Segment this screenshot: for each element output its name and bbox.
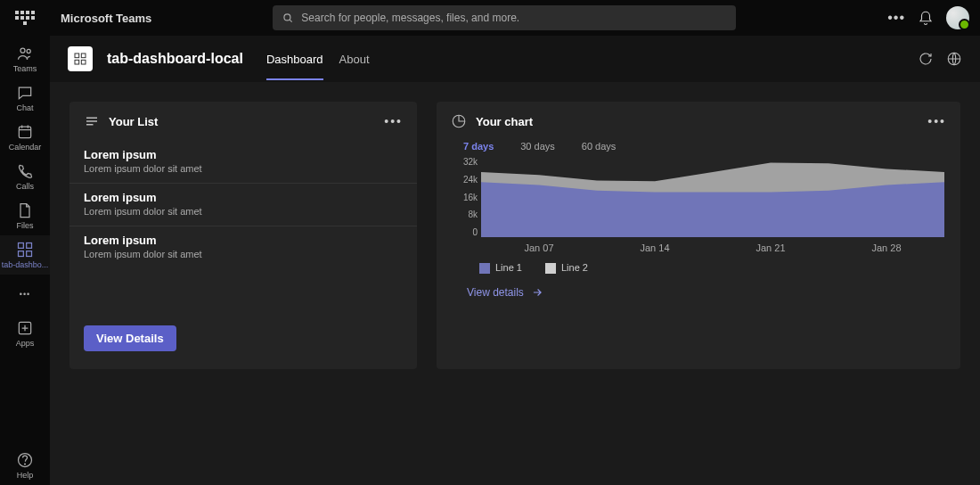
pie-icon (451, 113, 467, 129)
y-tick: 8k (454, 210, 478, 219)
svg-point-0 (20, 48, 25, 53)
file-icon (16, 201, 34, 219)
rail-item-calls[interactable]: Calls (0, 157, 50, 196)
more-icon: ••• (20, 290, 30, 299)
list-body: Lorem ipsum Lorem ipsum dolor sit amet L… (69, 141, 417, 313)
y-tick: 32k (454, 157, 478, 167)
rail-item-teams[interactable]: Teams (0, 39, 50, 78)
rail-label: Apps (16, 339, 35, 348)
search-placeholder: Search for people, messages, files, and … (301, 12, 519, 24)
list-item[interactable]: Lorem ipsum Lorem ipsum dolor sit amet (69, 226, 417, 268)
list-card: Your List ••• Lorem ipsum Lorem ipsum do… (69, 102, 417, 369)
range-tab-30days[interactable]: 30 days (520, 141, 555, 152)
tab-header: tab-dashboard-local Dashboard About (50, 36, 980, 82)
svg-rect-11 (75, 53, 79, 58)
legend-label: Line 2 (561, 262, 588, 273)
chart-legend: Line 1 Line 2 (437, 253, 960, 274)
range-tabs: 7 days 30 days 60 days (437, 141, 960, 152)
waffle-icon[interactable] (14, 7, 36, 29)
more-icon[interactable]: ••• (887, 10, 905, 26)
arrow-right-icon (531, 286, 543, 299)
rail-item-apps[interactable]: Apps (0, 314, 50, 353)
app-icon (68, 46, 93, 71)
link-label: View details (467, 286, 524, 299)
apps-plus-icon (16, 319, 34, 337)
rail-item-tab-dashboard[interactable]: tab-dashbo... (0, 235, 50, 275)
calendar-icon (16, 123, 34, 141)
refresh-icon[interactable] (918, 51, 934, 67)
legend-label: Line 1 (495, 262, 522, 273)
svg-rect-12 (81, 53, 86, 58)
rail-item-chat[interactable]: Chat (0, 78, 50, 118)
rail-item-files[interactable]: Files (0, 196, 50, 235)
y-tick: 0 (454, 227, 478, 237)
rail-item-more[interactable]: ••• (0, 275, 50, 314)
rail-label: Help (17, 471, 34, 480)
list-item-subtitle: Lorem ipsum dolor sit amet (84, 249, 403, 259)
svg-rect-5 (19, 251, 24, 257)
list-item-title: Lorem ipsum (84, 234, 403, 247)
rail-label: Teams (13, 64, 37, 73)
avatar[interactable] (946, 6, 969, 29)
chart-plot (481, 157, 944, 237)
y-axis-ticks: 32k 24k 16k 8k 0 (454, 157, 478, 237)
chart-card-title: Your chart (476, 115, 533, 128)
svg-point-10 (284, 14, 290, 21)
list-card-title: Your List (109, 115, 158, 128)
tab-about[interactable]: About (339, 38, 370, 80)
app-grid-icon (73, 52, 87, 66)
more-icon[interactable]: ••• (927, 114, 946, 128)
search-box[interactable]: Search for people, messages, files, and … (273, 5, 736, 30)
bell-icon[interactable] (918, 10, 934, 26)
view-details-button[interactable]: View Details (84, 325, 176, 351)
rail-label: Calls (16, 182, 34, 191)
swatch-line1 (479, 263, 490, 274)
svg-rect-4 (27, 243, 32, 249)
more-icon[interactable]: ••• (384, 114, 403, 128)
list-item-title: Lorem ipsum (84, 191, 403, 204)
x-axis-ticks: Jan 07 Jan 14 Jan 21 Jan 28 (481, 242, 944, 253)
tab-dashboard[interactable]: Dashboard (266, 38, 323, 80)
globe-icon[interactable] (946, 51, 962, 67)
list-item-subtitle: Lorem ipsum dolor sit amet (84, 163, 403, 174)
app-grid-icon (16, 241, 34, 259)
list-item[interactable]: Lorem ipsum Lorem ipsum dolor sit amet (69, 141, 417, 184)
main-column: Microsoft Teams Search for people, messa… (50, 0, 980, 485)
svg-point-1 (27, 49, 30, 53)
app-rail: Teams Chat Calendar Calls Files tab-dash… (0, 0, 50, 485)
chart-wrap: 32k 24k 16k 8k 0 Jan 07 Jan 14 Jan 21 Ja… (437, 152, 960, 253)
top-bar: Microsoft Teams Search for people, messa… (50, 0, 980, 36)
x-tick: Jan 21 (755, 242, 785, 253)
range-tab-7days[interactable]: 7 days (463, 141, 494, 152)
svg-rect-3 (19, 243, 24, 249)
list-item[interactable]: Lorem ipsum Lorem ipsum dolor sit amet (69, 184, 417, 226)
rail-label: Chat (16, 103, 33, 112)
brand-title: Microsoft Teams (61, 12, 151, 25)
y-tick: 24k (454, 175, 478, 185)
svg-rect-2 (19, 127, 30, 138)
swatch-line2 (545, 263, 556, 274)
legend-item-line2: Line 2 (545, 262, 588, 274)
search-icon (282, 12, 294, 24)
phone-icon (16, 162, 34, 180)
list-icon (84, 113, 100, 129)
rail-label: Calendar (9, 143, 42, 152)
x-tick: Jan 14 (640, 242, 669, 253)
people-icon (16, 45, 34, 62)
view-details-link[interactable]: View details (437, 274, 960, 299)
rail-label: Files (16, 221, 33, 230)
list-item-subtitle: Lorem ipsum dolor sit amet (84, 206, 403, 217)
app-name: tab-dashboard-local (107, 51, 243, 67)
x-tick: Jan 07 (524, 242, 553, 253)
svg-rect-6 (27, 251, 32, 257)
range-tab-60days[interactable]: 60 days (582, 141, 617, 152)
svg-rect-13 (75, 60, 79, 64)
chat-icon (16, 84, 34, 102)
rail-item-help[interactable]: Help (0, 446, 50, 485)
y-tick: 16k (454, 193, 478, 202)
list-item-title: Lorem ipsum (84, 148, 403, 161)
rail-item-calendar[interactable]: Calendar (0, 118, 50, 157)
svg-point-9 (25, 464, 26, 464)
x-tick: Jan 28 (871, 242, 901, 253)
help-icon (16, 451, 34, 469)
